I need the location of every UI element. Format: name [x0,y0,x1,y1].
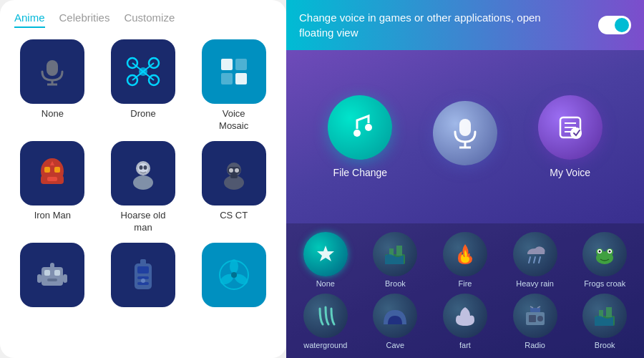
svg-rect-32 [54,270,60,276]
svg-line-62 [529,257,530,263]
svg-rect-34 [50,263,54,268]
svg-point-47 [231,272,237,278]
sound-none-label: None [316,279,335,288]
list-item[interactable]: Voice Mosaic [192,39,275,132]
sound-fire-label: Fire [459,279,472,288]
svg-point-49 [365,124,372,131]
tab-customize[interactable]: Customize [124,11,175,28]
sound-fire[interactable]: Fire [433,232,497,288]
sound-frogs-croak[interactable]: Frogs croak [572,232,637,288]
right-panel: Change voice in games or other applicati… [286,0,644,358]
list-item[interactable] [11,243,94,311]
svg-rect-75 [530,308,540,312]
toggle-text: Change voice in games or other applicati… [299,10,542,40]
hoarse-old-man-label: Hoarse old man [121,210,166,234]
voice-options-row: File Change [286,50,644,223]
sound-radio-label: Radio [525,341,545,349]
svg-line-64 [539,257,540,263]
drone-icon-box [111,39,175,104]
cs-ct-label: CS CT [220,210,248,222]
list-item[interactable]: CS CT [192,141,275,234]
svg-rect-33 [47,279,57,281]
list-item[interactable]: Hoarse old man [102,141,185,234]
sound-brook-bubble [373,232,417,276]
svg-rect-41 [140,259,146,265]
file-change-label: File Change [333,167,388,178]
sound-fire-bubble [443,232,487,276]
cs-ct-icon-box [202,141,266,205]
sound-frogs-croak-bubble [582,232,627,276]
voice-mosaic-label: Voice Mosaic [219,108,248,132]
sound-waterground[interactable]: waterground [293,294,358,349]
voice-mosaic-icon-box [202,39,266,104]
drone-label: Drone [130,108,155,120]
svg-point-20 [133,175,153,190]
svg-rect-35 [37,274,42,283]
sound-frogs-croak-label: Frogs croak [584,279,625,288]
svg-point-42 [141,279,145,283]
sound-brook2-bubble [582,294,627,338]
sound-brook[interactable]: Brook [364,232,428,288]
none-label: None [42,108,64,120]
voice-grid: None Drone [11,39,275,311]
svg-point-22 [139,165,142,170]
svg-line-76 [530,306,533,308]
my-voice-bubble [538,95,602,160]
list-item[interactable]: Drone [102,39,185,132]
list-item[interactable]: Iron Man [11,141,94,234]
svg-rect-38 [137,266,149,274]
svg-point-23 [143,165,147,170]
sound-heavy-rain-label: Heavy rain [516,279,554,288]
svg-point-26 [229,168,233,173]
svg-rect-10 [221,59,233,70]
iron-man-label: Iron Man [34,210,71,222]
floating-view-toggle[interactable] [598,16,631,34]
fan-icon-box [202,243,266,307]
file-change-bubble [328,95,392,160]
robot-icon-box [20,243,84,307]
sound-brook-label: Brook [385,279,406,288]
mic-bubble [433,101,497,165]
sound-brook2-label: Brook [595,341,615,349]
my-voice-option[interactable]: My Voice [538,95,602,178]
svg-line-63 [534,257,535,263]
svg-point-44 [230,259,238,274]
list-item[interactable] [192,243,275,311]
file-change-option[interactable]: File Change [328,95,392,178]
walkie-talkie-icon-box [111,243,175,307]
sound-cave[interactable]: Cave [364,294,428,349]
svg-line-77 [537,306,540,308]
svg-rect-29 [230,174,238,178]
svg-point-70 [599,251,601,253]
list-item[interactable] [102,243,185,311]
svg-rect-73 [529,315,536,322]
sound-none[interactable]: None [293,232,358,288]
list-item[interactable]: None [11,39,94,132]
sound-effects-grid: None Brook Fire [286,223,644,358]
svg-point-71 [609,251,611,253]
hoarse-old-man-icon-box [111,141,175,205]
sound-cave-bubble [373,294,417,338]
sound-fart[interactable]: fart [433,294,497,349]
sound-waterground-bubble [303,294,348,338]
tab-anime[interactable]: Anime [14,11,45,28]
sound-fart-label: fart [459,341,471,349]
mic-option[interactable] [433,101,497,173]
sound-brook2[interactable]: Brook [572,294,637,349]
svg-rect-16 [44,167,50,173]
sound-heavy-rain-bubble [513,232,557,276]
svg-point-74 [537,316,543,321]
sound-fart-bubble [443,294,487,338]
tab-celebrities[interactable]: Celebrities [59,11,110,28]
svg-rect-30 [42,267,63,286]
svg-rect-13 [235,73,247,84]
svg-rect-12 [221,73,233,84]
sound-radio[interactable]: Radio [503,294,567,349]
sound-heavy-rain[interactable]: Heavy rain [503,232,567,288]
my-voice-label: My Voice [550,167,590,178]
iron-man-icon-box [20,141,84,205]
svg-rect-18 [47,177,57,181]
sound-radio-bubble [513,294,557,338]
svg-point-9 [139,67,147,76]
svg-marker-58 [317,246,334,261]
